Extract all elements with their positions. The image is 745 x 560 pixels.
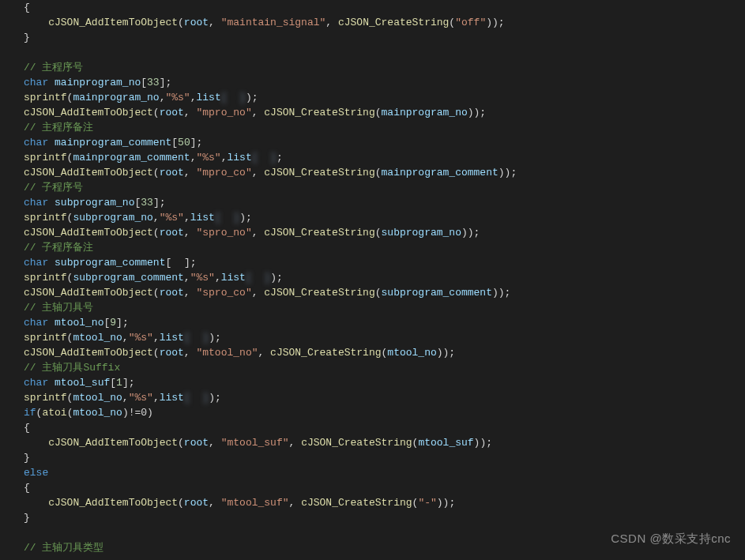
redacted-icon: [ ]	[246, 272, 270, 284]
comment-line: // 主轴刀具Suffix	[24, 360, 745, 375]
code-line: cJSON_AddItemToObject(root, "mtool_suf",…	[24, 435, 745, 450]
code-line: char mainprogram_no[33];	[24, 75, 745, 90]
code-line: char mtool_no[9];	[24, 315, 745, 330]
watermark-label: CSDN @数采支持cnc	[611, 531, 731, 546]
code-line: }	[24, 30, 745, 45]
code-line: sprintf(subprogram_comment,"%s",list[ ])…	[24, 270, 745, 285]
code-line: char subprogram_no[33];	[24, 195, 745, 210]
comment-line: // 主程序备注	[24, 120, 745, 135]
redacted-icon: [ ]	[252, 152, 277, 163]
comment-line: // 主程序号	[24, 60, 745, 75]
code-line: cJSON_AddItemToObject(root, "mpro_co", c…	[24, 165, 745, 180]
code-line: sprintf(mtool_no,"%s",list[ ]);	[24, 390, 745, 405]
redacted-icon	[171, 257, 184, 269]
code-line: cJSON_AddItemToObject(root, "spro_no", c…	[24, 225, 745, 240]
code-line: cJSON_AddItemToObject(root, "maintain_si…	[24, 15, 745, 30]
code-line: cJSON_AddItemToObject(root, "spro_co", c…	[24, 285, 745, 300]
code-line: cJSON_AddItemToObject(root, "mtool_suf",…	[24, 495, 745, 510]
code-line: sprintf(mtool_no,"%s",list[ ]);	[24, 330, 745, 345]
redacted-icon: [ ]	[184, 392, 209, 404]
code-line: sprintf(subprogram_no,"%s",list[ ]);	[24, 210, 745, 225]
code-line: }	[24, 450, 745, 465]
redacted-icon: [ ]	[221, 92, 246, 103]
blank-line	[24, 45, 745, 60]
comment-line: // 子程序备注	[24, 240, 745, 255]
code-line: char mtool_suf[1];	[24, 375, 745, 390]
code-line: char mainprogram_comment[50];	[24, 135, 745, 150]
code-line: sprintf(mainprogram_no,"%s",list[ ]);	[24, 90, 745, 105]
code-line: {	[24, 480, 745, 495]
code-line: char subprogram_comment[ ];	[24, 255, 745, 270]
code-line: cJSON_AddItemToObject(root, "mpro_no", c…	[24, 105, 745, 120]
code-line: cJSON_AddItemToObject(root, "mtool_no", …	[24, 345, 745, 360]
redacted-icon: [ ]	[184, 332, 209, 344]
comment-line: // 主轴刀具号	[24, 300, 745, 315]
code-line: else	[24, 465, 745, 480]
comment-line: // 子程序号	[24, 180, 745, 195]
redacted-icon: [ ]	[215, 212, 239, 224]
code-line: {	[24, 0, 745, 15]
code-line: if(atoi(mtool_no)!=0)	[24, 405, 745, 420]
code-line: sprintf(mainprogram_comment,"%s",list[ ]…	[24, 150, 745, 165]
code-line: {	[24, 420, 745, 435]
code-line: }	[24, 510, 745, 525]
